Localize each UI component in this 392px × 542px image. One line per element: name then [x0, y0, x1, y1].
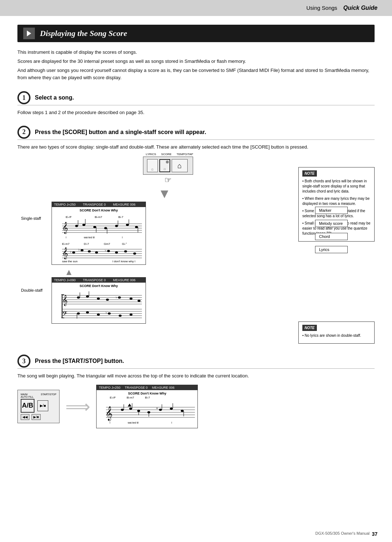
step3-score-title: SCORE Don't Know Why [99, 392, 195, 395]
svg-point-10 [75, 225, 78, 227]
double-staff-score-box: TEMPO J=090 TRANSPOSE 0 MEASURE 006 SCOR… [52, 277, 146, 324]
single-staff-label: Single-staff [21, 216, 50, 221]
svg-text:E♭/F: E♭/F [66, 215, 72, 219]
step2-title: Press the [SCORE] button and a single-st… [35, 129, 206, 136]
header-right: Quick Guide [343, 5, 377, 11]
lyric-dont: I don't know why I [113, 260, 135, 263]
svg-point-97 [159, 409, 162, 411]
double-score-title: SCORE Don't Know Why [55, 284, 143, 288]
svg-point-12 [82, 224, 85, 226]
svg-text:𝄞: 𝄞 [62, 295, 68, 306]
page-footer: DGX-505/305 Owner's Manual 37 [0, 531, 392, 537]
score-title: SCORE Don't Know Why [55, 209, 143, 212]
svg-marker-87 [128, 404, 131, 406]
step2-circle: 2 [17, 126, 30, 139]
svg-text:B♭m7: B♭m7 [95, 215, 102, 219]
svg-text:G♭°: G♭° [122, 242, 127, 246]
melody-score-label: Melody score [315, 220, 348, 227]
arrow-down-icon: ▼ [39, 187, 290, 200]
step2-number: 2 [23, 128, 26, 136]
step3-score-svg: 𝄞 × [99, 400, 196, 425]
svg-point-73 [77, 312, 80, 315]
step3-diagram: MAIN/AUTO FILL START/STOP A/B ▶/■ ◀◀ ▶/■ [17, 385, 375, 428]
score-box-header: TEMPO J=250 TRANSPOSE 0 MEASURE 006 [52, 202, 146, 207]
svg-text:Gm7: Gm7 [104, 242, 110, 246]
gray-arrow-icon: ⟹ [65, 396, 90, 417]
note-1-item-1: Both chords and lyrics will be shown in … [302, 179, 371, 194]
step3-score-box: TEMPO J=250 TRANSPOSE 0 MEASURE 006 SCOR… [96, 385, 198, 428]
ab-startstop-label: START/STOP [41, 393, 56, 398]
svg-text:D♭7: D♭7 [84, 242, 89, 246]
step3-tempo: TEMPO J=250 [99, 386, 120, 389]
score-tempo: TEMPO J=250 [54, 203, 75, 206]
step1-heading: 1 Select a song. [17, 91, 375, 104]
svg-point-47 [133, 252, 136, 255]
svg-text:♭: ♭ [78, 248, 80, 251]
svg-point-88 [121, 409, 124, 411]
svg-text:♭: ♭ [116, 296, 117, 299]
svg-text:×: × [156, 406, 158, 410]
step1-desc: Follow steps 1 and 2 of the procedure de… [17, 109, 375, 116]
note-1-item-2: When there are many lyrics they may be d… [302, 196, 371, 206]
svg-text:I: I [110, 421, 110, 424]
step3-desc: The song will begin playing. The triangu… [17, 372, 375, 380]
svg-point-75 [86, 311, 89, 314]
header-section: Using Songs Quick Guide [306, 5, 377, 11]
svg-point-14 [93, 226, 96, 228]
svg-text:♭: ♭ [106, 311, 107, 314]
svg-text:I: I [171, 421, 172, 424]
svg-text:𝄞: 𝄞 [105, 406, 113, 421]
step1-title: Select a song. [35, 94, 74, 101]
arrow-up-icon: ▲ [65, 267, 290, 277]
ab-button[interactable]: A/B [21, 399, 34, 413]
svg-point-61 [118, 296, 121, 299]
note-title-2: NOTE [302, 325, 317, 331]
svg-point-76 [97, 314, 100, 316]
svg-text:E♭m7: E♭m7 [62, 242, 70, 246]
section-title: Displaying the Song Score [40, 29, 127, 38]
svg-text:𝄞: 𝄞 [62, 222, 68, 234]
svg-point-63 [138, 300, 140, 302]
step3-number: 3 [23, 357, 26, 365]
svg-point-58 [97, 298, 100, 300]
svg-point-79 [119, 315, 122, 317]
ab-small-buttons: ◀◀ ▶/■ [21, 414, 41, 420]
page-number: 37 [372, 531, 377, 537]
svg-point-40 [81, 249, 83, 251]
step2-heading: 2 Press the [SCORE] button and a single-… [17, 126, 375, 139]
rewind-button[interactable]: ◀◀ [21, 414, 29, 420]
score-transpose: TRANSPOSE 0 [83, 203, 106, 206]
svg-point-20 [126, 224, 129, 226]
kbd-label-score: SCORE [161, 153, 171, 156]
svg-text:wai-ted til: wai-ted til [127, 421, 139, 424]
svg-marker-0 [27, 31, 31, 36]
svg-point-46 [124, 250, 127, 252]
step1-number: 1 [23, 94, 26, 102]
manual-text: DGX-505/305 Owner's Manual [315, 531, 369, 537]
page-header: Using Songs Quick Guide [0, 0, 392, 16]
ff-button[interactable]: ▶/■ [32, 414, 41, 420]
annotations-list: Marker Melody score Chord Lyrics [315, 207, 348, 255]
note-2-item-1: No lyrics are shown in double-staff. [302, 333, 371, 338]
svg-point-22 [135, 226, 138, 228]
chord-label: Chord [315, 233, 348, 240]
step2-combined: LYRICS SCORE TEMPO/TAP □ □ ⌂ [17, 153, 375, 344]
intro-para-1: This instrument is capable of display th… [17, 49, 375, 56]
svg-point-101 [181, 410, 184, 412]
header-left: Using Songs [306, 5, 337, 11]
double-score-svg: 𝄞 ♭ [55, 288, 143, 321]
step3-title: Press the [START/STOP] button. [35, 358, 124, 364]
play-stop-button[interactable]: ▶/■ [37, 400, 48, 411]
step3-section: 3 Press the [START/STOP] button. The son… [17, 355, 375, 428]
step2-desc: There are two types of score display: si… [17, 143, 375, 151]
step1-section: 1 Select a song. Follow steps 1 and 2 of… [17, 91, 375, 116]
svg-point-16 [104, 227, 107, 229]
step2-diagram: LYRICS SCORE TEMPO/TAP □ □ ⌂ [17, 153, 290, 344]
svg-text:♭: ♭ [70, 250, 72, 254]
svg-point-38 [72, 251, 75, 254]
note-box-2: NOTE No lyrics are shown in double-staff… [298, 321, 375, 344]
ab-row: A/B ▶/■ [21, 399, 48, 413]
svg-text:wai-ted til: wai-ted til [83, 236, 95, 239]
intro-para-3: And although user songs you record yours… [17, 67, 375, 82]
note-title-1: NOTE [302, 170, 317, 177]
